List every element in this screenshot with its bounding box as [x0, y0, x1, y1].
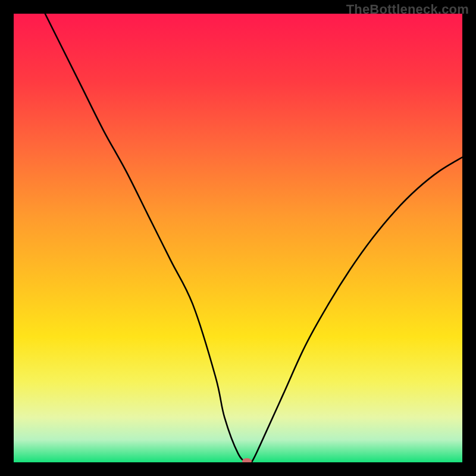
bottleneck-plot: [14, 14, 462, 462]
chart-frame: TheBottleneck.com: [0, 0, 476, 476]
gradient-background: [14, 14, 462, 462]
plot-svg: [14, 14, 462, 462]
watermark-text: TheBottleneck.com: [346, 2, 469, 17]
